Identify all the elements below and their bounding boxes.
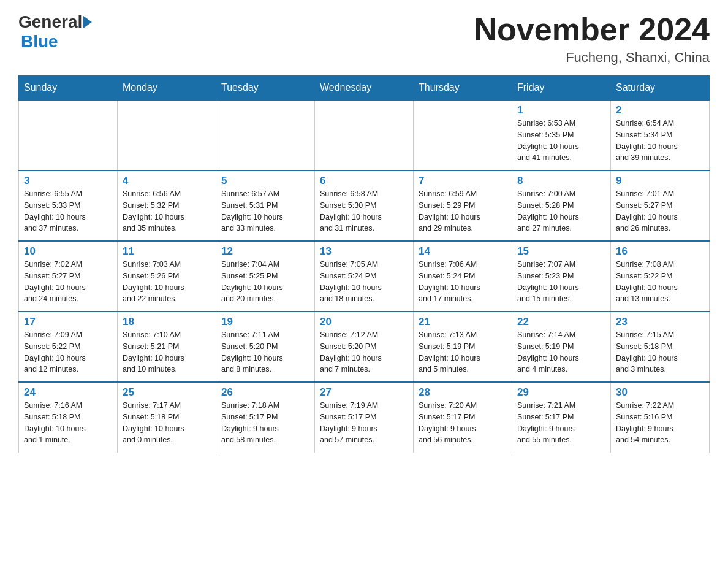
logo-text: General — [18, 12, 93, 32]
day-info: Sunrise: 7:13 AM Sunset: 5:19 PM Dayligh… — [419, 329, 507, 375]
header-thursday: Thursday — [414, 76, 512, 101]
day-info: Sunrise: 6:53 AM Sunset: 5:35 PM Dayligh… — [517, 118, 605, 164]
calendar-cell: 6Sunrise: 6:58 AM Sunset: 5:30 PM Daylig… — [315, 170, 414, 241]
calendar-cell: 24Sunrise: 7:16 AM Sunset: 5:18 PM Dayli… — [19, 382, 118, 453]
calendar-cell: 5Sunrise: 6:57 AM Sunset: 5:31 PM Daylig… — [216, 170, 315, 241]
header-monday: Monday — [118, 76, 216, 101]
calendar-table: Sunday Monday Tuesday Wednesday Thursday… — [18, 75, 710, 453]
day-number: 15 — [517, 245, 605, 258]
day-info: Sunrise: 6:55 AM Sunset: 5:33 PM Dayligh… — [24, 188, 112, 234]
calendar-cell: 18Sunrise: 7:10 AM Sunset: 5:21 PM Dayli… — [118, 312, 216, 382]
day-info: Sunrise: 7:10 AM Sunset: 5:21 PM Dayligh… — [123, 329, 211, 375]
calendar-cell: 11Sunrise: 7:03 AM Sunset: 5:26 PM Dayli… — [118, 241, 216, 312]
calendar-cell: 27Sunrise: 7:19 AM Sunset: 5:17 PM Dayli… — [315, 382, 414, 453]
calendar-cell: 3Sunrise: 6:55 AM Sunset: 5:33 PM Daylig… — [19, 170, 118, 241]
header-sunday: Sunday — [19, 76, 118, 101]
day-number: 8 — [517, 175, 605, 187]
calendar-cell: 8Sunrise: 7:00 AM Sunset: 5:28 PM Daylig… — [512, 170, 611, 241]
week-row: 24Sunrise: 7:16 AM Sunset: 5:18 PM Dayli… — [19, 382, 710, 453]
day-number: 22 — [517, 316, 605, 328]
day-info: Sunrise: 7:14 AM Sunset: 5:19 PM Dayligh… — [517, 329, 605, 375]
calendar-cell: 26Sunrise: 7:18 AM Sunset: 5:17 PM Dayli… — [216, 382, 315, 453]
day-info: Sunrise: 7:18 AM Sunset: 5:17 PM Dayligh… — [221, 400, 309, 446]
day-number: 24 — [24, 386, 112, 399]
logo-arrow-icon — [83, 16, 92, 28]
day-number: 2 — [616, 104, 704, 117]
calendar-cell — [414, 100, 512, 170]
day-info: Sunrise: 7:02 AM Sunset: 5:27 PM Dayligh… — [24, 259, 112, 305]
calendar-cell — [216, 100, 315, 170]
location-title: Fucheng, Shanxi, China — [474, 50, 710, 66]
day-number: 9 — [616, 175, 704, 187]
month-title: November 2024 — [474, 12, 710, 47]
day-number: 23 — [616, 316, 704, 328]
day-info: Sunrise: 7:04 AM Sunset: 5:25 PM Dayligh… — [221, 259, 309, 305]
day-number: 1 — [517, 104, 605, 117]
calendar-cell: 29Sunrise: 7:21 AM Sunset: 5:17 PM Dayli… — [512, 382, 611, 453]
day-info: Sunrise: 7:01 AM Sunset: 5:27 PM Dayligh… — [616, 188, 704, 234]
calendar-cell: 15Sunrise: 7:07 AM Sunset: 5:23 PM Dayli… — [512, 241, 611, 312]
calendar-cell: 12Sunrise: 7:04 AM Sunset: 5:25 PM Dayli… — [216, 241, 315, 312]
day-info: Sunrise: 7:22 AM Sunset: 5:16 PM Dayligh… — [616, 400, 704, 446]
day-info: Sunrise: 7:16 AM Sunset: 5:18 PM Dayligh… — [24, 400, 112, 446]
day-info: Sunrise: 7:19 AM Sunset: 5:17 PM Dayligh… — [320, 400, 408, 446]
day-info: Sunrise: 7:05 AM Sunset: 5:24 PM Dayligh… — [320, 259, 408, 305]
header-wednesday: Wednesday — [315, 76, 414, 101]
day-info: Sunrise: 7:11 AM Sunset: 5:20 PM Dayligh… — [221, 329, 309, 375]
day-number: 25 — [123, 386, 211, 399]
week-row: 3Sunrise: 6:55 AM Sunset: 5:33 PM Daylig… — [19, 170, 710, 241]
header-tuesday: Tuesday — [216, 76, 315, 101]
day-number: 16 — [616, 245, 704, 258]
day-number: 14 — [419, 245, 507, 258]
calendar-cell: 25Sunrise: 7:17 AM Sunset: 5:18 PM Dayli… — [118, 382, 216, 453]
calendar-cell: 17Sunrise: 7:09 AM Sunset: 5:22 PM Dayli… — [19, 312, 118, 382]
header: General Blue November 2024 Fucheng, Shan… — [18, 12, 710, 66]
calendar-cell: 20Sunrise: 7:12 AM Sunset: 5:20 PM Dayli… — [315, 312, 414, 382]
day-info: Sunrise: 7:00 AM Sunset: 5:28 PM Dayligh… — [517, 188, 605, 234]
day-number: 3 — [24, 175, 112, 187]
day-info: Sunrise: 7:07 AM Sunset: 5:23 PM Dayligh… — [517, 259, 605, 305]
day-number: 6 — [320, 175, 408, 187]
header-saturday: Saturday — [611, 76, 710, 101]
day-info: Sunrise: 6:57 AM Sunset: 5:31 PM Dayligh… — [221, 188, 309, 234]
day-info: Sunrise: 7:12 AM Sunset: 5:20 PM Dayligh… — [320, 329, 408, 375]
calendar-cell: 14Sunrise: 7:06 AM Sunset: 5:24 PM Dayli… — [414, 241, 512, 312]
title-area: November 2024 Fucheng, Shanxi, China — [474, 12, 710, 66]
day-number: 4 — [123, 175, 211, 187]
day-info: Sunrise: 7:17 AM Sunset: 5:18 PM Dayligh… — [123, 400, 211, 446]
week-row: 1Sunrise: 6:53 AM Sunset: 5:35 PM Daylig… — [19, 100, 710, 170]
weekday-header-row: Sunday Monday Tuesday Wednesday Thursday… — [19, 76, 710, 101]
day-number: 12 — [221, 245, 309, 258]
day-info: Sunrise: 7:08 AM Sunset: 5:22 PM Dayligh… — [616, 259, 704, 305]
day-number: 21 — [419, 316, 507, 328]
day-info: Sunrise: 6:59 AM Sunset: 5:29 PM Dayligh… — [419, 188, 507, 234]
week-row: 17Sunrise: 7:09 AM Sunset: 5:22 PM Dayli… — [19, 312, 710, 382]
day-info: Sunrise: 7:06 AM Sunset: 5:24 PM Dayligh… — [419, 259, 507, 305]
day-number: 13 — [320, 245, 408, 258]
day-info: Sunrise: 7:20 AM Sunset: 5:17 PM Dayligh… — [419, 400, 507, 446]
calendar-cell — [19, 100, 118, 170]
day-info: Sunrise: 6:56 AM Sunset: 5:32 PM Dayligh… — [123, 188, 211, 234]
day-number: 19 — [221, 316, 309, 328]
day-info: Sunrise: 6:54 AM Sunset: 5:34 PM Dayligh… — [616, 118, 704, 164]
calendar-cell: 23Sunrise: 7:15 AM Sunset: 5:18 PM Dayli… — [611, 312, 710, 382]
day-number: 18 — [123, 316, 211, 328]
calendar-cell: 21Sunrise: 7:13 AM Sunset: 5:19 PM Dayli… — [414, 312, 512, 382]
calendar-cell — [315, 100, 414, 170]
day-info: Sunrise: 7:21 AM Sunset: 5:17 PM Dayligh… — [517, 400, 605, 446]
day-number: 30 — [616, 386, 704, 399]
calendar-cell: 28Sunrise: 7:20 AM Sunset: 5:17 PM Dayli… — [414, 382, 512, 453]
calendar-cell: 7Sunrise: 6:59 AM Sunset: 5:29 PM Daylig… — [414, 170, 512, 241]
day-info: Sunrise: 7:09 AM Sunset: 5:22 PM Dayligh… — [24, 329, 112, 375]
logo: General Blue — [18, 12, 93, 52]
calendar-cell: 19Sunrise: 7:11 AM Sunset: 5:20 PM Dayli… — [216, 312, 315, 382]
day-info: Sunrise: 7:03 AM Sunset: 5:26 PM Dayligh… — [123, 259, 211, 305]
calendar-cell — [118, 100, 216, 170]
day-info: Sunrise: 6:58 AM Sunset: 5:30 PM Dayligh… — [320, 188, 408, 234]
day-number: 26 — [221, 386, 309, 399]
calendar-cell: 2Sunrise: 6:54 AM Sunset: 5:34 PM Daylig… — [611, 100, 710, 170]
calendar-cell: 30Sunrise: 7:22 AM Sunset: 5:16 PM Dayli… — [611, 382, 710, 453]
logo-general: General — [18, 12, 82, 32]
week-row: 10Sunrise: 7:02 AM Sunset: 5:27 PM Dayli… — [19, 241, 710, 312]
calendar-cell: 4Sunrise: 6:56 AM Sunset: 5:32 PM Daylig… — [118, 170, 216, 241]
